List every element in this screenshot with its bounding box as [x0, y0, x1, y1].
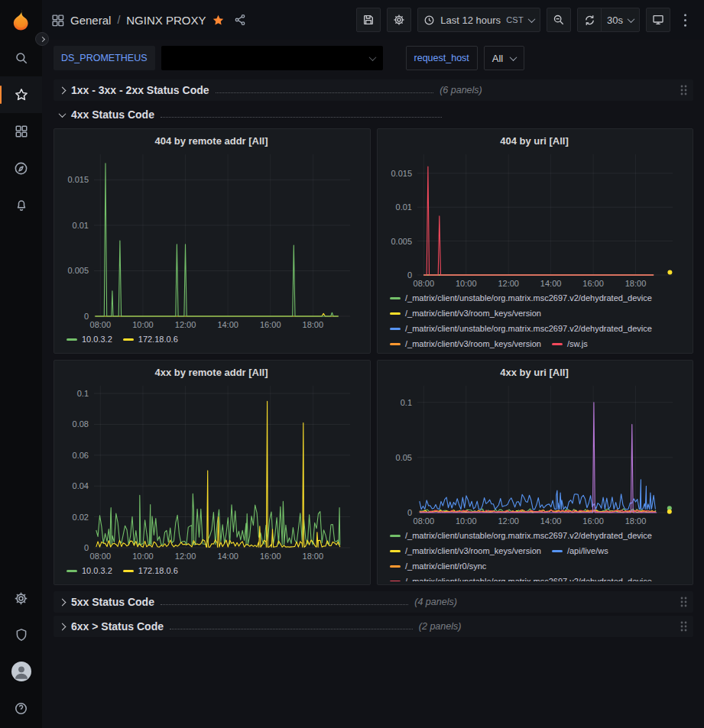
sidebar-item-search[interactable]: [0, 40, 42, 76]
sidebar-item-server-admin[interactable]: [0, 616, 42, 653]
chart-area[interactable]: 08:0010:0012:0014:0016:0018:0000.050.1: [384, 380, 685, 528]
svg-text:18:00: 18:00: [625, 279, 647, 288]
row-drag-handle[interactable]: [680, 84, 687, 96]
legend-series-color: [390, 550, 401, 552]
breadcrumb: General / NGINX PROXY: [70, 14, 206, 27]
sidebar: [0, 0, 42, 728]
legend-series-color: [390, 343, 401, 345]
legend-item[interactable]: /_matrix/client/unstable/org.matrix.msc2…: [390, 292, 652, 304]
refresh-interval-dropdown[interactable]: 30s: [601, 8, 640, 32]
legend-item[interactable]: /_matrix/client/r0/sync: [390, 560, 486, 572]
chart-area[interactable]: 08:0010:0012:0014:0016:0018:0000.0050.01…: [60, 148, 362, 332]
sidebar-item-alerting[interactable]: [0, 186, 42, 223]
legend-series-label: /_matrix/client/unstable/org.matrix.msc2…: [405, 577, 652, 581]
sidebar-item-profile[interactable]: [0, 653, 42, 690]
favorite-star-icon[interactable]: [212, 14, 225, 27]
sidebar-item-help[interactable]: [0, 690, 42, 726]
svg-text:0.015: 0.015: [67, 175, 89, 184]
chart-area[interactable]: 08:0010:0012:0014:0016:0018:0000.0050.01…: [384, 148, 685, 290]
svg-text:12:00: 12:00: [498, 516, 519, 526]
chevron-right-icon: [59, 623, 67, 630]
chart-canvas[interactable]: 08:0010:0012:0014:0016:0018:0000.0050.01…: [384, 148, 685, 290]
legend-item[interactable]: /_matrix/client/unstable/org.matrix.msc2…: [390, 575, 652, 581]
sidebar-item-starred[interactable]: [0, 76, 42, 113]
legend-item[interactable]: /sw.js: [552, 338, 588, 350]
legend-item[interactable]: 172.18.0.6: [123, 565, 178, 577]
avatar: [11, 662, 31, 681]
tv-mode-button[interactable]: [646, 8, 670, 32]
dashboard-settings-button[interactable]: [387, 8, 411, 32]
refresh-button[interactable]: [577, 8, 602, 32]
dotted-leader: [216, 92, 434, 93]
svg-text:10:00: 10:00: [456, 279, 477, 288]
dashboard-submenu: DS_PROMETHEUS request_host All: [42, 40, 704, 75]
svg-text:12:00: 12:00: [498, 279, 519, 288]
chevron-right-icon: [39, 36, 44, 41]
row-header-6xx[interactable]: 6xx > Status Code (2 panels): [54, 616, 693, 637]
legend-item[interactable]: 10.0.3.2: [67, 333, 112, 345]
top-navbar: General / NGINX PROXY: [42, 0, 704, 40]
breadcrumb-section[interactable]: General: [70, 14, 111, 27]
svg-text:0: 0: [84, 543, 89, 552]
user-icon: [11, 662, 31, 681]
zoom-out-button[interactable]: [547, 8, 571, 32]
datasource-variable-value[interactable]: [161, 46, 383, 70]
legend-item[interactable]: /_matrix/client/v3/room_keys/version: [390, 545, 541, 557]
legend-item[interactable]: /api/live/ws: [552, 545, 608, 557]
sidebar-item-configuration[interactable]: [0, 580, 42, 616]
sidebar-expand-button[interactable]: [35, 32, 49, 46]
row-header-1xx-3xx-2xx[interactable]: 1xx - 3xx - 2xx Status Code (6 panels): [54, 79, 693, 101]
row-title: 1xx - 3xx - 2xx Status Code: [71, 84, 209, 96]
sidebar-item-dashboards[interactable]: [0, 113, 42, 150]
svg-text:0.1: 0.1: [77, 389, 89, 398]
row-drag-handle[interactable]: [680, 620, 687, 633]
svg-text:0: 0: [407, 270, 412, 280]
legend-series-label: /_matrix/client/r0/sync: [405, 561, 486, 571]
svg-text:18:00: 18:00: [625, 516, 647, 526]
legend-series-label: /api/live/ws: [567, 546, 608, 555]
legend-series-color: [552, 343, 563, 345]
time-range-picker[interactable]: Last 12 hours CST: [417, 8, 540, 32]
request-host-variable-value[interactable]: All: [484, 46, 524, 70]
panel-title[interactable]: 4xx by remote addr [All]: [60, 364, 362, 380]
row-drag-handle[interactable]: [680, 596, 687, 608]
legend-item[interactable]: /_matrix/client/v3/room_keys/version: [390, 338, 541, 350]
row-header-4xx[interactable]: 4xx Status Code: [54, 104, 693, 125]
chart-canvas[interactable]: 08:0010:0012:0014:0016:0018:0000.050.1: [384, 380, 685, 528]
save-dashboard-button[interactable]: [356, 8, 381, 32]
svg-text:0.005: 0.005: [391, 237, 412, 246]
zoom-out-icon: [553, 14, 565, 26]
svg-text:08:00: 08:00: [90, 320, 112, 329]
breadcrumb-dashboard-title[interactable]: NGINX PROXY: [126, 14, 206, 27]
panel-title[interactable]: 404 by remote addr [All]: [60, 132, 362, 148]
legend-item[interactable]: 172.18.0.6: [123, 333, 178, 345]
legend-item[interactable]: /_matrix/client/unstable/org.matrix.msc2…: [390, 529, 652, 542]
row-header-5xx[interactable]: 5xx Status Code (4 panels): [54, 591, 693, 613]
monitor-icon: [652, 14, 664, 26]
panel-title[interactable]: 404 by uri [All]: [384, 132, 685, 148]
panel-title[interactable]: 4xx by uri [All]: [384, 364, 685, 380]
star-icon: [15, 88, 28, 102]
chart-canvas[interactable]: 08:0010:0012:0014:0016:0018:0000.020.040…: [60, 380, 362, 563]
grafana-logo[interactable]: [0, 0, 42, 40]
svg-text:0.04: 0.04: [73, 481, 89, 490]
chart-canvas[interactable]: 08:0010:0012:0014:0016:0018:0000.0050.01…: [60, 148, 362, 332]
legend-item[interactable]: 10.0.3.2: [67, 565, 112, 577]
more-options-kebab[interactable]: [676, 8, 693, 32]
legend-series-color: [390, 297, 401, 299]
dashboard-content: 1xx - 3xx - 2xx Status Code (6 panels) 4…: [42, 75, 704, 637]
chart-area[interactable]: 08:0010:0012:0014:0016:0018:0000.020.040…: [60, 380, 362, 563]
dotted-leader: [161, 604, 408, 605]
row-title: 4xx Status Code: [71, 108, 154, 121]
sidebar-item-explore[interactable]: [0, 150, 42, 186]
time-range-label: Last 12 hours: [440, 15, 501, 26]
legend-series-label: /_matrix/client/unstable/org.matrix.msc2…: [405, 324, 652, 333]
legend-item[interactable]: /_matrix/client/v3/room_keys/version: [390, 307, 541, 319]
chevron-down-icon: [510, 53, 517, 61]
share-icon[interactable]: [234, 14, 246, 26]
time-zone-label: CST: [506, 15, 524, 24]
legend-item[interactable]: /_matrix/client/unstable/org.matrix.msc2…: [390, 322, 652, 335]
dashboard-apps-icon: [51, 14, 64, 27]
svg-text:0.08: 0.08: [73, 419, 89, 429]
svg-text:16:00: 16:00: [582, 279, 604, 288]
